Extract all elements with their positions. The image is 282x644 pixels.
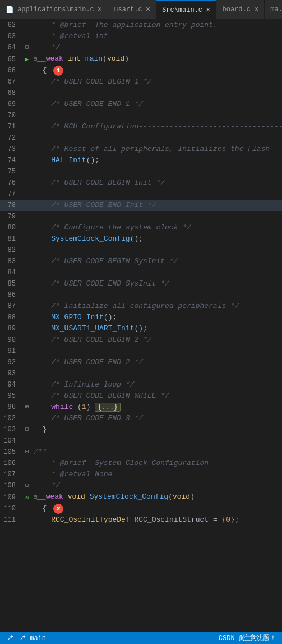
code-content: /* Configure the system clock */ xyxy=(31,222,282,233)
status-bar: ⎇ ⎇ main CSDN @注意沈题！ xyxy=(0,632,282,644)
code-content: { 1 xyxy=(31,65,282,76)
close-icon[interactable]: × xyxy=(98,6,102,13)
line-number: 76 xyxy=(0,177,22,188)
code-line: 66 { 1 xyxy=(0,65,282,76)
line-number: 83 xyxy=(0,256,22,267)
code-line: 84 xyxy=(0,267,282,278)
tab-label: 📄 xyxy=(6,6,14,14)
code-line: 110 { 2 xyxy=(0,503,282,514)
tab-ma[interactable]: ma... × xyxy=(265,0,282,19)
code-line: 106 * @brief System Clock Configuration xyxy=(0,458,282,469)
code-line: 93 xyxy=(0,368,282,379)
status-right: CSDN @注意沈题！ xyxy=(219,633,276,643)
code-content: /* Infinite loop */ xyxy=(31,379,282,390)
line-number: 96 xyxy=(0,402,22,413)
close-icon[interactable]: × xyxy=(206,6,210,14)
code-line: 88 MX_GPIO_Init(); xyxy=(0,312,282,323)
code-content: /* USER CODE END Init */ xyxy=(31,200,282,211)
code-line: 76 /* USER CODE BEGIN Init */ xyxy=(0,177,282,188)
tab-label-text: usart.c xyxy=(114,6,142,13)
fold-icon[interactable]: ⊟ xyxy=(22,447,31,458)
code-line: 111 RCC_OscInitTypeDef RCC_OscInitStruct… xyxy=(0,514,282,526)
code-content: /* USER CODE END 3 */ xyxy=(31,413,282,424)
line-number: 77 xyxy=(0,188,22,200)
code-line: 89 MX_USART1_UART_Init(); xyxy=(0,323,282,334)
fold-icon[interactable]: ⊞ xyxy=(22,402,31,413)
line-number: 63 xyxy=(0,31,22,42)
code-content: /* Reset of all peripherals, Initializes… xyxy=(31,144,282,155)
code-content: MX_GPIO_Init(); xyxy=(31,312,282,323)
code-line: 80 /* Configure the system clock */ xyxy=(0,222,282,233)
line-number: 105 xyxy=(0,447,22,458)
fold-icon[interactable]: ⊟ xyxy=(22,424,31,435)
line-number: 73 xyxy=(0,144,22,155)
code-line: 64 ⊟ */ xyxy=(0,42,282,53)
editor: 62 * @brief The application entry point.… xyxy=(0,20,282,526)
fold-icon[interactable]: ⊟ xyxy=(22,42,31,53)
code-line: 83 /* USER CODE BEGIN SysInit */ xyxy=(0,256,282,267)
tab-label-text: board.c xyxy=(222,6,250,13)
run-icon[interactable]: ↻ xyxy=(25,492,29,503)
line-number: 71 xyxy=(0,121,22,132)
gutter-space: ↻ xyxy=(22,492,31,503)
line-number: 109 xyxy=(0,492,22,503)
code-line: 86 xyxy=(0,289,282,301)
line-number: 62 xyxy=(0,20,22,31)
code-line: 67 /* USER CODE BEGIN 1 */ xyxy=(0,76,282,88)
tab-applications-main[interactable]: 📄 applications\main.c × xyxy=(0,0,108,19)
code-content: /* Initialize all configured peripherals… xyxy=(31,301,282,312)
tab-label-text: ma... xyxy=(270,6,282,13)
fold-icon[interactable]: ⊟ xyxy=(22,480,31,491)
code-line: 105 ⊟ /** xyxy=(0,447,282,458)
line-number: 110 xyxy=(0,503,22,514)
tab-usart[interactable]: usart.c × xyxy=(108,0,156,19)
code-content xyxy=(31,188,282,200)
code-content xyxy=(31,435,282,447)
code-content xyxy=(31,132,282,144)
code-line-while: 96 ⊞ while (1) {...} xyxy=(0,402,282,413)
code-content: HAL_Init(); xyxy=(31,155,282,166)
code-line: 92 /* USER CODE END 2 */ xyxy=(0,357,282,368)
code-content: * @brief The application entry point. xyxy=(31,20,282,31)
code-line: 65 ▶ ⊟__weak int main(void) xyxy=(0,53,282,65)
line-number: 66 xyxy=(0,65,22,76)
code-line: 70 xyxy=(0,110,282,121)
branch-icon: ⎇ xyxy=(6,634,13,642)
code-line: 102 /* USER CODE END 3 */ xyxy=(0,413,282,424)
line-number: 90 xyxy=(0,334,22,346)
code-line: 107 * @retval None xyxy=(0,469,282,480)
code-line: 73 /* Reset of all peripherals, Initiali… xyxy=(0,144,282,155)
code-line: 69 /* USER CODE END 1 */ xyxy=(0,99,282,110)
code-line: 103 ⊟ } xyxy=(0,424,282,435)
tab-label-text: applications\main.c xyxy=(17,6,94,13)
code-line: 104 xyxy=(0,435,282,447)
line-number: 64 xyxy=(0,42,22,53)
code-content: /* USER CODE BEGIN WHILE */ xyxy=(31,390,282,402)
code-content: RCC_OscInitTypeDef RCC_OscInitStruct = {… xyxy=(31,514,282,526)
code-line: 90 /* USER CODE BEGIN 2 */ xyxy=(0,334,282,346)
tab-board[interactable]: board.c × xyxy=(216,0,265,19)
code-line: 85 /* USER CODE END SysInit */ xyxy=(0,278,282,289)
tab-bar: 📄 applications\main.c × usart.c × Src\ma… xyxy=(0,0,282,20)
code-content: ⊟__weak int main(void) xyxy=(31,53,282,65)
code-line: 82 xyxy=(0,245,282,256)
code-content xyxy=(31,110,282,121)
code-content xyxy=(31,289,282,301)
line-number: 95 xyxy=(0,390,22,402)
code-line: 63 * @retval int xyxy=(0,31,282,42)
code-line: 109 ↻ ⊟__weak void SystemClock_Config(vo… xyxy=(0,491,282,503)
close-icon[interactable]: × xyxy=(254,6,258,13)
line-number: 65 xyxy=(0,54,22,65)
line-number: 102 xyxy=(0,413,22,424)
line-number: 103 xyxy=(0,424,22,435)
line-number: 106 xyxy=(0,458,22,469)
tab-src-main[interactable]: Src\main.c × xyxy=(156,0,216,19)
close-icon[interactable]: × xyxy=(146,6,150,13)
code-line: 77 xyxy=(0,188,282,200)
code-line: 94 /* Infinite loop */ xyxy=(0,379,282,390)
run-icon[interactable]: ▶ xyxy=(25,54,29,65)
line-number: 72 xyxy=(0,132,22,144)
line-number: 75 xyxy=(0,166,22,177)
code-content: /* MCU Configuration--------------------… xyxy=(31,121,282,132)
line-number: 93 xyxy=(0,368,22,379)
